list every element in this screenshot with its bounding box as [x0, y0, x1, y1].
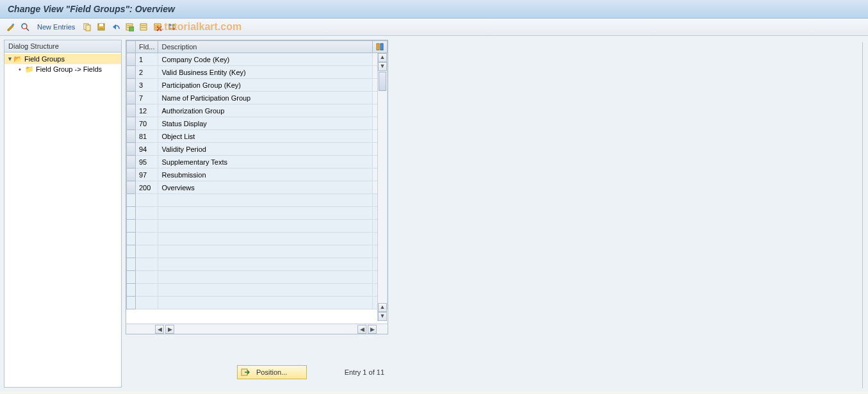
cell-description[interactable]	[158, 297, 373, 309]
scroll-right2-icon[interactable]: ▶	[368, 325, 377, 334]
scroll-up2-icon[interactable]: ▲	[378, 303, 387, 312]
row-selector[interactable]	[127, 117, 136, 130]
cell-fld[interactable]: 12	[136, 104, 158, 117]
cell-description[interactable]: Resubmission	[158, 168, 373, 181]
row-selector[interactable]	[127, 130, 136, 143]
cell-fld[interactable]	[136, 271, 158, 284]
cell-description[interactable]	[158, 271, 373, 284]
cell-description[interactable]	[158, 245, 373, 258]
cell-description[interactable]: Valid Business Entity (Key)	[158, 66, 373, 79]
cell-description[interactable]: Validity Period	[158, 143, 373, 156]
vertical-scrollbar[interactable]: ▲ ▼ ▲ ▼	[377, 53, 387, 321]
table-row[interactable]: 1Company Code (Key)	[127, 53, 388, 66]
table-row[interactable]: 70Status Display	[127, 117, 388, 130]
cell-description[interactable]: Status Display	[158, 117, 373, 130]
table-row[interactable]	[127, 194, 388, 207]
tree-node-field-groups[interactable]: ▼ Field Groups	[4, 54, 121, 64]
cell-description[interactable]: Supplementary Texts	[158, 156, 373, 168]
table-row[interactable]: 7Name of Participation Group	[127, 92, 388, 104]
row-selector[interactable]	[127, 271, 136, 284]
row-selector[interactable]	[127, 79, 136, 92]
row-selector[interactable]	[127, 168, 136, 181]
cell-fld[interactable]: 7	[136, 92, 158, 104]
cell-fld[interactable]	[136, 258, 158, 271]
scroll-left2-icon[interactable]: ◀	[357, 325, 366, 334]
horizontal-scrollbar[interactable]: ◀ ▶ ◀ ▶	[126, 324, 388, 334]
cell-fld[interactable]: 1	[136, 53, 158, 66]
scroll-down-icon[interactable]: ▼	[378, 62, 387, 71]
cell-fld[interactable]: 3	[136, 79, 158, 92]
row-selector[interactable]	[127, 66, 136, 79]
row-selector[interactable]	[127, 156, 136, 168]
row-selector[interactable]	[127, 53, 136, 66]
table-row[interactable]: 97Resubmission	[127, 168, 388, 181]
cell-fld[interactable]	[136, 233, 158, 245]
column-header-fld[interactable]: Fld...	[136, 41, 158, 53]
cell-description[interactable]: Overviews	[158, 181, 373, 194]
find-icon[interactable]	[19, 21, 31, 33]
row-selector[interactable]	[127, 207, 136, 220]
cell-fld[interactable]	[136, 284, 158, 297]
table-row[interactable]	[127, 284, 388, 297]
table-row[interactable]: 81Object List	[127, 130, 388, 143]
copy-icon[interactable]	[81, 21, 93, 33]
cell-fld[interactable]	[136, 207, 158, 220]
position-button[interactable]: Position...	[237, 365, 307, 379]
cell-description[interactable]: Participation Group (Key)	[158, 79, 373, 92]
row-selector[interactable]	[127, 258, 136, 271]
cell-fld[interactable]	[136, 220, 158, 233]
cell-fld[interactable]: 97	[136, 168, 158, 181]
row-selector[interactable]	[127, 220, 136, 233]
cell-description[interactable]: Authorization Group	[158, 104, 373, 117]
cell-fld[interactable]: 70	[136, 117, 158, 130]
row-selector[interactable]	[127, 245, 136, 258]
row-selector[interactable]	[127, 297, 136, 309]
table-row[interactable]: 3Participation Group (Key)	[127, 79, 388, 92]
table-row[interactable]	[127, 207, 388, 220]
save-icon[interactable]	[95, 21, 107, 33]
table-row[interactable]: 95Supplementary Texts	[127, 156, 388, 168]
cell-description[interactable]: Name of Participation Group	[158, 92, 373, 104]
cell-description[interactable]: Object List	[158, 130, 373, 143]
scroll-left-icon[interactable]: ◀	[155, 325, 164, 334]
cell-fld[interactable]	[136, 194, 158, 207]
row-selector[interactable]	[127, 284, 136, 297]
table-row[interactable]: 94Validity Period	[127, 143, 388, 156]
cell-fld[interactable]: 94	[136, 143, 158, 156]
grid-corner[interactable]	[127, 41, 136, 53]
table-settings-icon[interactable]	[373, 41, 388, 53]
delete-icon[interactable]	[152, 21, 163, 33]
table-row[interactable]	[127, 297, 388, 309]
table-row[interactable]: 12Authorization Group	[127, 104, 388, 117]
table-row[interactable]	[127, 245, 388, 258]
row-selector[interactable]	[127, 194, 136, 207]
select-all-icon[interactable]	[124, 21, 135, 33]
row-selector[interactable]	[127, 104, 136, 117]
table-row[interactable]	[127, 220, 388, 233]
table-row[interactable]	[127, 258, 388, 271]
tree-collapse-icon[interactable]: ▼	[7, 56, 13, 62]
cell-fld[interactable]: 95	[136, 156, 158, 168]
cell-fld[interactable]: 200	[136, 181, 158, 194]
cell-description[interactable]	[158, 258, 373, 271]
row-selector[interactable]	[127, 181, 136, 194]
cell-description[interactable]	[158, 233, 373, 245]
table-row[interactable]: 200Overviews	[127, 181, 388, 194]
cell-description[interactable]	[158, 220, 373, 233]
tree-nav-icon[interactable]	[166, 21, 177, 33]
scroll-thumb[interactable]	[379, 72, 386, 91]
cell-description[interactable]	[158, 194, 373, 207]
row-selector[interactable]	[127, 92, 136, 104]
deselect-all-icon[interactable]	[138, 21, 149, 33]
cell-fld[interactable]	[136, 245, 158, 258]
row-selector[interactable]	[127, 143, 136, 156]
column-header-description[interactable]: Description	[158, 41, 373, 53]
scroll-up-icon[interactable]: ▲	[378, 53, 387, 62]
new-entries-button[interactable]: New Entries	[33, 23, 79, 31]
cell-description[interactable]	[158, 207, 373, 220]
row-selector[interactable]	[127, 233, 136, 245]
cell-fld[interactable]	[136, 297, 158, 309]
table-row[interactable]: 2Valid Business Entity (Key)	[127, 66, 388, 79]
table-row[interactable]	[127, 271, 388, 284]
change-display-icon[interactable]	[5, 21, 17, 33]
